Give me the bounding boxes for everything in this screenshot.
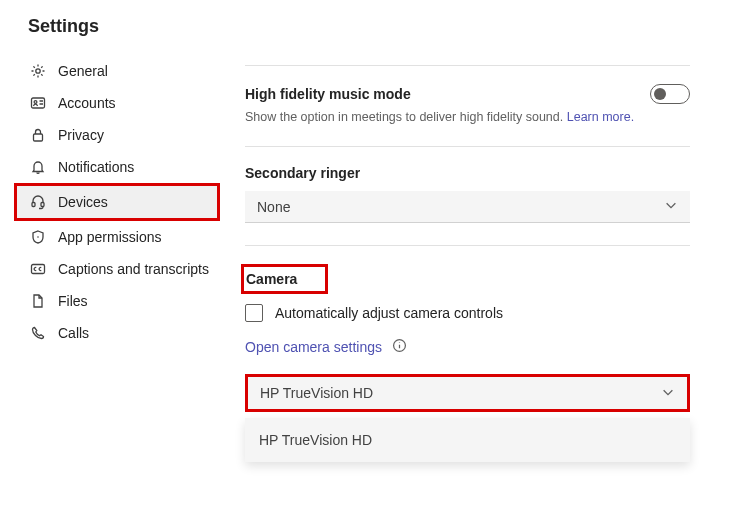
sidebar-item-calls[interactable]: Calls bbox=[0, 317, 225, 349]
id-card-icon bbox=[30, 95, 46, 111]
shield-icon bbox=[30, 229, 46, 245]
secondary-ringer-value: None bbox=[257, 199, 290, 215]
sidebar-item-label: General bbox=[58, 63, 108, 79]
learn-more-link[interactable]: Learn more. bbox=[567, 110, 634, 124]
svg-rect-4 bbox=[32, 203, 35, 207]
svg-rect-7 bbox=[32, 265, 45, 274]
highlight-camera-title: Camera bbox=[241, 264, 328, 294]
sidebar-item-label: Accounts bbox=[58, 95, 116, 111]
camera-select-value: HP TrueVision HD bbox=[260, 385, 373, 401]
chevron-down-icon bbox=[664, 198, 678, 215]
music-mode-desc: Show the option in meetings to deliver h… bbox=[245, 110, 690, 124]
sidebar-item-label: Calls bbox=[58, 325, 89, 341]
sidebar-item-notifications[interactable]: Notifications bbox=[0, 151, 225, 183]
section-camera: Camera Automatically adjust camera contr… bbox=[245, 246, 690, 462]
sidebar-item-label: App permissions bbox=[58, 229, 162, 245]
camera-dropdown: HP TrueVision HD bbox=[245, 418, 690, 462]
section-music-mode: High fidelity music mode Show the option… bbox=[245, 66, 690, 146]
open-camera-settings-link[interactable]: Open camera settings bbox=[245, 339, 382, 355]
music-mode-toggle[interactable] bbox=[650, 84, 690, 104]
highlight-camera-select: HP TrueVision HD bbox=[245, 374, 690, 412]
file-icon bbox=[30, 293, 46, 309]
camera-title: Camera bbox=[246, 271, 297, 287]
section-secondary-ringer: Secondary ringer None bbox=[245, 147, 690, 245]
auto-adjust-label: Automatically adjust camera controls bbox=[275, 305, 503, 321]
svg-point-2 bbox=[34, 101, 37, 104]
main-panel: High fidelity music mode Show the option… bbox=[225, 47, 730, 512]
info-icon bbox=[392, 338, 407, 356]
secondary-ringer-select[interactable]: None bbox=[245, 191, 690, 223]
chevron-down-icon bbox=[661, 385, 675, 402]
sidebar-item-privacy[interactable]: Privacy bbox=[0, 119, 225, 151]
camera-option[interactable]: HP TrueVision HD bbox=[245, 418, 690, 462]
gear-icon bbox=[30, 63, 46, 79]
svg-rect-1 bbox=[32, 98, 45, 108]
svg-rect-3 bbox=[34, 134, 43, 141]
headset-icon bbox=[30, 194, 46, 210]
sidebar-item-files[interactable]: Files bbox=[0, 285, 225, 317]
svg-point-0 bbox=[36, 69, 40, 73]
camera-select[interactable]: HP TrueVision HD bbox=[248, 377, 687, 409]
bell-icon bbox=[30, 159, 46, 175]
sidebar: General Accounts Privacy Notifications bbox=[0, 47, 225, 512]
sidebar-item-label: Files bbox=[58, 293, 88, 309]
sidebar-item-label: Captions and transcripts bbox=[58, 261, 209, 277]
svg-point-6 bbox=[37, 236, 39, 238]
music-mode-title: High fidelity music mode bbox=[245, 86, 411, 102]
sidebar-item-accounts[interactable]: Accounts bbox=[0, 87, 225, 119]
phone-icon bbox=[30, 325, 46, 341]
page-title: Settings bbox=[0, 0, 730, 47]
sidebar-item-captions[interactable]: Captions and transcripts bbox=[0, 253, 225, 285]
svg-rect-5 bbox=[41, 203, 44, 207]
lock-icon bbox=[30, 127, 46, 143]
sidebar-item-label: Notifications bbox=[58, 159, 134, 175]
auto-adjust-checkbox[interactable] bbox=[245, 304, 263, 322]
sidebar-item-general[interactable]: General bbox=[0, 55, 225, 87]
cc-icon bbox=[30, 261, 46, 277]
sidebar-item-label: Devices bbox=[58, 194, 108, 210]
secondary-ringer-title: Secondary ringer bbox=[245, 165, 690, 181]
sidebar-item-app-permissions[interactable]: App permissions bbox=[0, 221, 225, 253]
sidebar-item-label: Privacy bbox=[58, 127, 104, 143]
sidebar-item-devices[interactable]: Devices bbox=[17, 186, 217, 218]
highlight-devices: Devices bbox=[14, 183, 220, 221]
